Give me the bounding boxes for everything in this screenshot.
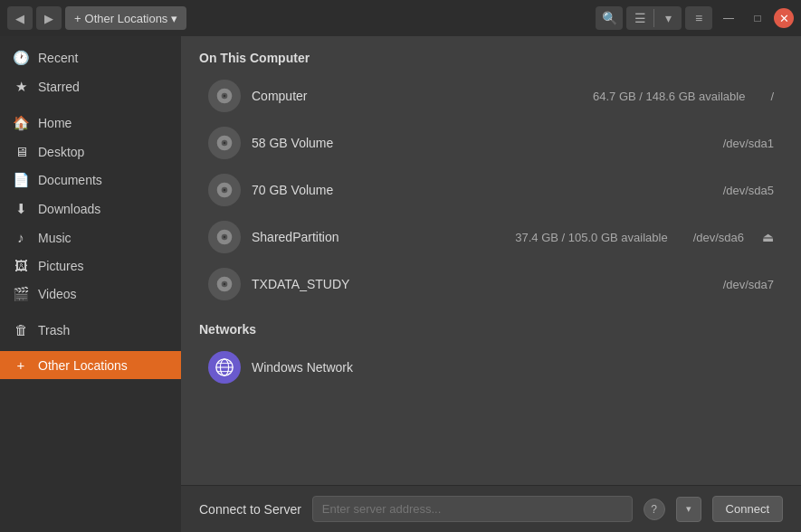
- new-folder-label: Other Locations: [85, 12, 168, 25]
- back-button[interactable]: ◀: [7, 6, 33, 30]
- dropdown-arrow-icon: ▾: [171, 12, 177, 25]
- drive-icon-58gb: [208, 127, 241, 159]
- drive-name-70gb: 70 GB Volume: [252, 183, 687, 197]
- close-icon: ✕: [779, 12, 789, 25]
- home-icon: 🏠: [13, 115, 29, 131]
- drive-item-58gb[interactable]: 58 GB Volume /dev/sda1: [199, 119, 783, 166]
- maximize-icon: □: [754, 12, 760, 24]
- sidebar-label-other-locations: Other Locations: [38, 358, 128, 373]
- sidebar-label-pictures: Pictures: [38, 259, 84, 273]
- sidebar-item-starred[interactable]: ★ Starred: [0, 72, 181, 101]
- server-address-input[interactable]: [312, 496, 633, 522]
- search-button[interactable]: 🔍: [596, 6, 623, 30]
- networks-header: Networks: [199, 322, 783, 337]
- music-icon: ♪: [13, 230, 29, 245]
- disk-svg-58gb: [215, 134, 234, 152]
- view-toggle-group: ☰ ▾: [626, 6, 682, 30]
- sidebar-item-pictures[interactable]: 🖼 Pictures: [0, 252, 181, 280]
- drive-path-58gb: /dev/sda1: [723, 137, 774, 150]
- main-layout: 🕐 Recent ★ Starred 🏠 Home 🖥 Desktop 📄 Do…: [0, 36, 801, 532]
- sidebar-item-trash[interactable]: 🗑 Trash: [0, 316, 181, 344]
- drive-path-computer: /: [770, 90, 774, 103]
- connect-button[interactable]: Connect: [712, 496, 783, 522]
- drive-icon-70gb: [208, 174, 241, 206]
- maximize-button[interactable]: □: [745, 6, 770, 30]
- drive-meta-computer: 64.7 GB / 148.6 GB available: [593, 90, 745, 103]
- disk-svg-txdata: [215, 275, 234, 293]
- list-view-button[interactable]: ☰: [626, 6, 653, 30]
- drive-path-shared: /dev/sda6: [693, 231, 744, 244]
- eject-icon-shared[interactable]: ⏏: [762, 230, 774, 244]
- svg-point-11: [224, 236, 226, 239]
- drive-icon-computer: [208, 80, 241, 112]
- help-icon: ?: [651, 503, 657, 516]
- drive-item-windows-network[interactable]: Windows Network: [199, 344, 783, 391]
- close-button[interactable]: ✕: [774, 8, 794, 28]
- sidebar: 🕐 Recent ★ Starred 🏠 Home 🖥 Desktop 📄 Do…: [0, 36, 181, 532]
- address-dropdown-button[interactable]: ▾: [676, 497, 701, 522]
- sidebar-item-videos[interactable]: 🎬 Videos: [0, 280, 181, 309]
- drive-icon-shared: [208, 221, 241, 253]
- titlebar-actions: 🔍 ☰ ▾ ≡ — □ ✕: [596, 6, 794, 30]
- sidebar-label-starred: Starred: [38, 80, 80, 94]
- drive-icon-txdata: [208, 268, 241, 300]
- drive-meta-shared: 37.4 GB / 105.0 GB available: [515, 231, 667, 244]
- downloads-icon: ⬇: [13, 201, 29, 217]
- drive-item-computer[interactable]: Computer 64.7 GB / 148.6 GB available /: [199, 72, 783, 119]
- sidebar-item-documents[interactable]: 📄 Documents: [0, 166, 181, 195]
- help-button[interactable]: ?: [644, 499, 665, 520]
- list-view-icon: ☰: [634, 11, 646, 25]
- on-this-computer-header: On This Computer: [199, 51, 783, 65]
- sidebar-item-home[interactable]: 🏠 Home: [0, 109, 181, 138]
- plus-icon: +: [74, 12, 81, 25]
- sidebar-item-downloads[interactable]: ⬇ Downloads: [0, 195, 181, 223]
- sidebar-spacer-3: [0, 344, 181, 351]
- sidebar-item-music[interactable]: ♪ Music: [0, 223, 181, 252]
- new-folder-button[interactable]: + Other Locations ▾: [65, 6, 186, 30]
- sidebar-label-trash: Trash: [38, 323, 70, 337]
- minimize-button[interactable]: —: [716, 6, 741, 30]
- network-icon-windows: [208, 351, 241, 384]
- disk-svg-shared: [215, 228, 234, 246]
- sidebar-label-downloads: Downloads: [38, 202, 100, 216]
- svg-point-2: [224, 95, 226, 98]
- drive-path-70gb: /dev/sda5: [723, 184, 774, 197]
- sidebar-item-desktop[interactable]: 🖥 Desktop: [0, 138, 181, 166]
- sidebar-spacer-1: [0, 101, 181, 109]
- svg-point-14: [224, 283, 226, 286]
- drive-name-58gb: 58 GB Volume: [252, 136, 687, 150]
- network-name-windows: Windows Network: [252, 360, 774, 375]
- content-area: On This Computer Computer 64.7 GB / 148.…: [181, 36, 801, 532]
- chevron-down-icon: ▾: [665, 11, 672, 25]
- pictures-icon: 🖼: [13, 258, 29, 273]
- desktop-icon: 🖥: [13, 144, 29, 159]
- sidebar-label-home: Home: [38, 116, 72, 130]
- computer-disk-svg: [215, 87, 234, 105]
- section-gap: [199, 308, 783, 322]
- forward-button[interactable]: ▶: [36, 6, 62, 30]
- drive-path-txdata: /dev/sda7: [723, 278, 774, 291]
- view-dropdown-button[interactable]: ▾: [654, 6, 682, 30]
- other-locations-icon: +: [13, 357, 29, 373]
- sidebar-label-desktop: Desktop: [38, 145, 84, 159]
- sidebar-label-videos: Videos: [38, 287, 77, 301]
- sidebar-item-recent[interactable]: 🕐 Recent: [0, 43, 181, 72]
- search-icon: 🔍: [602, 11, 617, 25]
- drive-item-shared[interactable]: SharedPartition 37.4 GB / 105.0 GB avail…: [199, 214, 783, 261]
- sidebar-spacer-2: [0, 309, 181, 316]
- minimize-icon: —: [723, 12, 734, 24]
- trash-icon: 🗑: [13, 322, 29, 337]
- sidebar-item-other-locations[interactable]: + Other Locations: [0, 351, 181, 379]
- disk-svg-70gb: [215, 181, 234, 199]
- connect-to-server-label: Connect to Server: [199, 502, 301, 517]
- sidebar-label-music: Music: [38, 231, 72, 245]
- videos-icon: 🎬: [13, 286, 29, 302]
- menu-button[interactable]: ≡: [685, 6, 712, 30]
- bottom-bar: Connect to Server ? ▾ Connect: [181, 485, 801, 532]
- drive-item-70gb[interactable]: 70 GB Volume /dev/sda5: [199, 166, 783, 214]
- drive-name-txdata: TXDATA_STUDY: [252, 277, 687, 291]
- drive-item-txdata[interactable]: TXDATA_STUDY /dev/sda7: [199, 261, 783, 308]
- chevron-down-icon: ▾: [686, 503, 691, 515]
- network-svg: [215, 357, 234, 377]
- sidebar-label-recent: Recent: [38, 51, 78, 65]
